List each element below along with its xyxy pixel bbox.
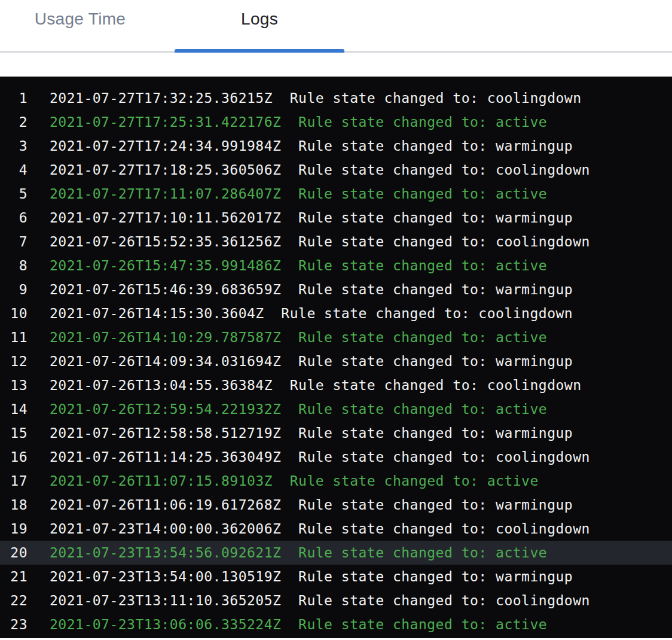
line-number: 14 bbox=[0, 397, 28, 421]
line-number: 7 bbox=[0, 230, 28, 254]
log-line-text: 2021-07-26T12:58:58.512719Z Rule state c… bbox=[28, 421, 573, 445]
log-row[interactable]: 18 2021-07-26T11:06:19.617268Z Rule stat… bbox=[0, 493, 672, 517]
line-number: 9 bbox=[0, 278, 28, 301]
line-number: 23 bbox=[0, 612, 28, 636]
log-line-text: 2021-07-23T13:54:00.130519Z Rule state c… bbox=[28, 565, 573, 589]
line-number: 10 bbox=[0, 301, 28, 325]
active-tab-indicator bbox=[175, 49, 344, 53]
log-line-text: 2021-07-26T14:10:29.787587Z Rule state c… bbox=[28, 325, 547, 349]
log-row[interactable]: 17 2021-07-26T11:07:15.89103Z Rule state… bbox=[0, 469, 672, 493]
line-number: 13 bbox=[0, 373, 28, 397]
log-line-text: 2021-07-26T12:59:54.221932Z Rule state c… bbox=[28, 397, 547, 421]
log-line-text: 2021-07-26T11:06:19.617268Z Rule state c… bbox=[28, 493, 573, 517]
log-line-text: 2021-07-26T15:52:35.361256Z Rule state c… bbox=[28, 230, 590, 254]
line-number: 3 bbox=[0, 134, 28, 158]
log-line-text: 2021-07-23T13:06:06.335224Z Rule state c… bbox=[28, 612, 547, 636]
log-line-text: 2021-07-26T15:47:35.991486Z Rule state c… bbox=[28, 254, 547, 278]
log-row[interactable]: 19 2021-07-23T14:00:00.362006Z Rule stat… bbox=[0, 517, 672, 541]
line-number: 6 bbox=[0, 206, 28, 230]
log-row[interactable]: 9 2021-07-26T15:46:39.683659Z Rule state… bbox=[0, 278, 672, 301]
log-line-text: 2021-07-23T13:54:56.092621Z Rule state c… bbox=[28, 541, 547, 565]
log-row[interactable]: 10 2021-07-26T14:15:30.3604Z Rule state … bbox=[0, 301, 672, 325]
log-row[interactable]: 11 2021-07-26T14:10:29.787587Z Rule stat… bbox=[0, 325, 672, 349]
log-row[interactable]: 14 2021-07-26T12:59:54.221932Z Rule stat… bbox=[0, 397, 672, 421]
log-row[interactable]: 20 2021-07-23T13:54:56.092621Z Rule stat… bbox=[0, 541, 672, 565]
log-row[interactable]: 6 2021-07-27T17:10:11.562017Z Rule state… bbox=[0, 206, 672, 230]
log-row[interactable]: 4 2021-07-27T17:18:25.360506Z Rule state… bbox=[0, 158, 672, 182]
log-row[interactable]: 22 2021-07-23T13:11:10.365205Z Rule stat… bbox=[0, 589, 672, 612]
log-viewer[interactable]: 1 2021-07-27T17:32:25.36215Z Rule state … bbox=[0, 77, 672, 638]
log-row[interactable]: 1 2021-07-27T17:32:25.36215Z Rule state … bbox=[0, 86, 672, 110]
line-number: 2 bbox=[0, 110, 28, 134]
log-line-text: 2021-07-26T14:09:34.031694Z Rule state c… bbox=[28, 349, 573, 373]
log-line-text: 2021-07-23T13:11:10.365205Z Rule state c… bbox=[28, 589, 590, 612]
tab-bar: Usage Time Logs bbox=[0, 0, 672, 53]
line-number: 22 bbox=[0, 589, 28, 612]
log-row[interactable]: 5 2021-07-27T17:11:07.286407Z Rule state… bbox=[0, 182, 672, 206]
line-number: 21 bbox=[0, 565, 28, 589]
log-row[interactable]: 16 2021-07-26T11:14:25.363049Z Rule stat… bbox=[0, 445, 672, 469]
log-row[interactable]: 8 2021-07-26T15:47:35.991486Z Rule state… bbox=[0, 254, 672, 278]
log-row[interactable]: 23 2021-07-23T13:06:06.335224Z Rule stat… bbox=[0, 612, 672, 636]
log-line-text: 2021-07-23T14:00:00.362006Z Rule state c… bbox=[28, 517, 590, 541]
log-line-text: 2021-07-26T15:46:39.683659Z Rule state c… bbox=[28, 278, 573, 301]
log-row[interactable]: 2 2021-07-27T17:25:31.422176Z Rule state… bbox=[0, 110, 672, 134]
line-number: 17 bbox=[0, 469, 28, 493]
log-row[interactable]: 3 2021-07-27T17:24:34.991984Z Rule state… bbox=[0, 134, 672, 158]
tab-logs[interactable]: Logs bbox=[175, 0, 344, 51]
log-row[interactable]: 12 2021-07-26T14:09:34.031694Z Rule stat… bbox=[0, 349, 672, 373]
log-row[interactable]: 13 2021-07-26T13:04:55.36384Z Rule state… bbox=[0, 373, 672, 397]
log-row[interactable]: 15 2021-07-26T12:58:58.512719Z Rule stat… bbox=[0, 421, 672, 445]
log-row[interactable]: 21 2021-07-23T13:54:00.130519Z Rule stat… bbox=[0, 565, 672, 589]
log-row[interactable]: 7 2021-07-26T15:52:35.361256Z Rule state… bbox=[0, 230, 672, 254]
line-number: 1 bbox=[0, 86, 28, 110]
log-line-text: 2021-07-27T17:18:25.360506Z Rule state c… bbox=[28, 158, 590, 182]
log-line-text: 2021-07-27T17:10:11.562017Z Rule state c… bbox=[28, 206, 573, 230]
tab-usage-time[interactable]: Usage Time bbox=[0, 0, 160, 51]
line-number: 18 bbox=[0, 493, 28, 517]
line-number: 11 bbox=[0, 325, 28, 349]
tabbar-content-gap bbox=[0, 53, 672, 77]
line-number: 5 bbox=[0, 182, 28, 206]
log-line-text: 2021-07-27T17:32:25.36215Z Rule state ch… bbox=[28, 86, 582, 110]
log-line-text: 2021-07-26T13:04:55.36384Z Rule state ch… bbox=[28, 373, 582, 397]
log-line-text: 2021-07-26T11:14:25.363049Z Rule state c… bbox=[28, 445, 590, 469]
line-number: 20 bbox=[0, 541, 28, 565]
log-line-text: 2021-07-27T17:11:07.286407Z Rule state c… bbox=[28, 182, 547, 206]
log-line-text: 2021-07-26T14:15:30.3604Z Rule state cha… bbox=[28, 301, 573, 325]
line-number: 8 bbox=[0, 254, 28, 278]
log-line-text: 2021-07-26T11:07:15.89103Z Rule state ch… bbox=[28, 469, 539, 493]
log-line-text: 2021-07-27T17:25:31.422176Z Rule state c… bbox=[28, 110, 547, 134]
line-number: 19 bbox=[0, 517, 28, 541]
line-number: 4 bbox=[0, 158, 28, 182]
line-number: 15 bbox=[0, 421, 28, 445]
line-number: 16 bbox=[0, 445, 28, 469]
log-line-text: 2021-07-27T17:24:34.991984Z Rule state c… bbox=[28, 134, 573, 158]
line-number: 12 bbox=[0, 349, 28, 373]
